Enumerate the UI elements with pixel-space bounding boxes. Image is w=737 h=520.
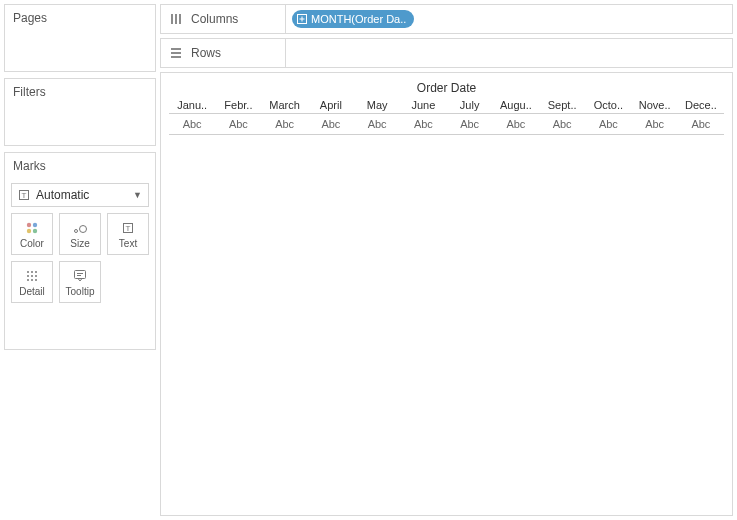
svg-text:T: T xyxy=(126,224,131,233)
month-header-cell: Octo.. xyxy=(585,99,631,111)
data-cell: Abc xyxy=(493,118,539,130)
data-cell: Abc xyxy=(354,118,400,130)
svg-point-7 xyxy=(80,225,87,232)
columns-dropzone[interactable]: MONTH(Order Da.. xyxy=(285,5,732,33)
svg-rect-19 xyxy=(75,270,86,278)
data-cell: Abc xyxy=(539,118,585,130)
month-header-cell: June xyxy=(400,99,446,111)
rows-icon xyxy=(169,46,183,60)
color-icon xyxy=(25,220,39,236)
svg-point-3 xyxy=(33,222,37,226)
marks-tooltip-label: Tooltip xyxy=(66,286,95,297)
marks-title: Marks xyxy=(5,153,155,179)
month-header-cell: Febr.. xyxy=(215,99,261,111)
data-cell: Abc xyxy=(215,118,261,130)
svg-point-16 xyxy=(27,279,29,281)
month-header-cell: March xyxy=(262,99,308,111)
marks-text-label: Text xyxy=(119,238,137,249)
rows-dropzone[interactable] xyxy=(285,39,732,67)
text-type-icon: T xyxy=(18,189,30,201)
month-header-cell: April xyxy=(308,99,354,111)
svg-point-18 xyxy=(35,279,37,281)
data-cell: Abc xyxy=(678,118,724,130)
data-cell: Abc xyxy=(400,118,446,130)
month-header-cell: Dece.. xyxy=(678,99,724,111)
marks-text-button[interactable]: T Text xyxy=(107,213,149,255)
marks-detail-button[interactable]: Detail xyxy=(11,261,53,303)
marks-panel: Marks T Automatic ▼ xyxy=(4,152,156,350)
marks-type-dropdown[interactable]: T Automatic ▼ xyxy=(11,183,149,207)
marks-color-button[interactable]: Color xyxy=(11,213,53,255)
month-header-cell: July xyxy=(447,99,493,111)
data-row: Abc Abc Abc Abc Abc Abc Abc Abc Abc Abc … xyxy=(169,114,724,135)
month-header-cell: May xyxy=(354,99,400,111)
month-header-cell: Nove.. xyxy=(632,99,678,111)
columns-shelf[interactable]: Columns MONTH(Order Da.. xyxy=(160,4,733,34)
svg-text:T: T xyxy=(22,191,27,200)
detail-icon xyxy=(25,268,39,284)
svg-point-5 xyxy=(33,228,37,232)
data-cell: Abc xyxy=(632,118,678,130)
chevron-down-icon: ▼ xyxy=(133,190,142,200)
svg-point-14 xyxy=(31,275,33,277)
viz-title: Order Date xyxy=(169,81,724,95)
pages-title: Pages xyxy=(5,5,155,31)
pages-panel: Pages xyxy=(4,4,156,72)
text-icon: T xyxy=(122,220,134,236)
marks-size-label: Size xyxy=(70,238,89,249)
data-cell: Abc xyxy=(447,118,493,130)
marks-tooltip-button[interactable]: Tooltip xyxy=(59,261,101,303)
marks-size-button[interactable]: Size xyxy=(59,213,101,255)
month-header-cell: Sept.. xyxy=(539,99,585,111)
svg-point-11 xyxy=(31,271,33,273)
marks-type-label: Automatic xyxy=(36,188,89,202)
rows-label: Rows xyxy=(191,46,221,60)
columns-icon xyxy=(169,12,183,26)
rows-shelf[interactable]: Rows xyxy=(160,38,733,68)
month-header-cell: Janu.. xyxy=(169,99,215,111)
svg-point-12 xyxy=(35,271,37,273)
columns-pill-month-order-date[interactable]: MONTH(Order Da.. xyxy=(292,10,414,28)
marks-color-label: Color xyxy=(20,238,44,249)
columns-label: Columns xyxy=(191,12,238,26)
data-cell: Abc xyxy=(169,118,215,130)
size-icon xyxy=(72,220,88,236)
drill-plus-icon xyxy=(297,14,307,24)
svg-point-17 xyxy=(31,279,33,281)
month-header-cell: Augu.. xyxy=(493,99,539,111)
data-cell: Abc xyxy=(308,118,354,130)
svg-point-10 xyxy=(27,271,29,273)
data-cell: Abc xyxy=(585,118,631,130)
svg-point-13 xyxy=(27,275,29,277)
month-header-row: Janu.. Febr.. March April May June July … xyxy=(169,99,724,114)
svg-point-2 xyxy=(27,222,31,226)
pill-label: MONTH(Order Da.. xyxy=(311,13,406,25)
filters-title: Filters xyxy=(5,79,155,105)
tooltip-icon xyxy=(73,268,87,284)
data-cell: Abc xyxy=(262,118,308,130)
svg-point-4 xyxy=(27,228,31,232)
filters-panel: Filters xyxy=(4,78,156,146)
svg-point-15 xyxy=(35,275,37,277)
visualization-area: Order Date Janu.. Febr.. March April May… xyxy=(160,72,733,516)
svg-point-6 xyxy=(75,229,78,232)
marks-detail-label: Detail xyxy=(19,286,45,297)
